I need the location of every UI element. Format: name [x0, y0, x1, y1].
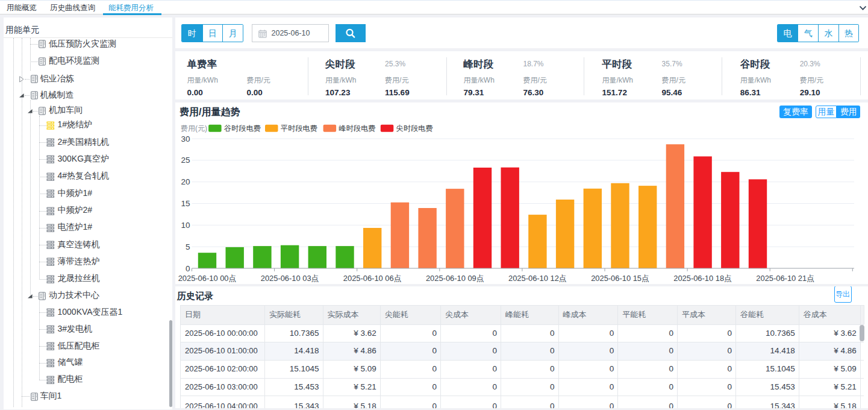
svg-text:2025-06-10 09点: 2025-06-10 09点	[426, 274, 484, 283]
svg-text:谷时段电费: 谷时段电费	[224, 124, 261, 133]
svg-text:费用(元): 费用(元)	[181, 124, 207, 133]
svg-text:0: 0	[186, 263, 190, 273]
svg-text:尖时段电费: 尖时段电费	[396, 124, 433, 133]
svg-text:2025-06-10 12点: 2025-06-10 12点	[508, 274, 567, 283]
svg-text:2025-06-10 18点: 2025-06-10 18点	[673, 274, 732, 283]
svg-text:5: 5	[186, 242, 190, 251]
svg-text:2025-06-10 06点: 2025-06-10 06点	[343, 274, 402, 283]
svg-text:平时段电费: 平时段电费	[281, 124, 317, 133]
svg-text:2025-06-10 00点: 2025-06-10 00点	[178, 274, 237, 283]
svg-text:15: 15	[181, 199, 190, 208]
svg-text:30: 30	[181, 134, 190, 143]
svg-text:2025-06-10 15点: 2025-06-10 15点	[591, 274, 649, 283]
svg-text:25: 25	[181, 156, 190, 165]
svg-text:10: 10	[181, 220, 190, 229]
svg-text:2025-06-10 03点: 2025-06-10 03点	[261, 274, 319, 283]
svg-text:20: 20	[181, 177, 190, 186]
svg-text:2025-06-10 21点: 2025-06-10 21点	[756, 274, 814, 283]
svg-text:峰时段电费: 峰时段电费	[339, 124, 376, 133]
